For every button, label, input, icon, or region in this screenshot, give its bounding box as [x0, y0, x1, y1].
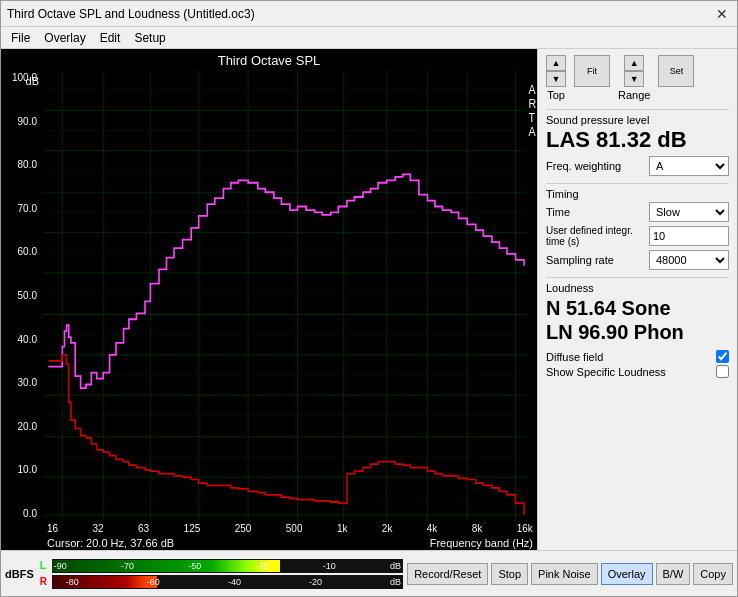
l-meter-bar: -90 -70 -50 -30 -10 dB — [52, 559, 403, 573]
range-btn-pair: ▲ ▼ — [624, 55, 644, 87]
top-down-button[interactable]: ▼ — [546, 71, 566, 87]
nav-controls: ▲ ▼ Top Fit ▲ ▼ Range Set — [546, 55, 729, 101]
stop-button[interactable]: Stop — [491, 563, 528, 585]
timing-section-label: Timing — [546, 188, 729, 200]
l-meter-row: L -90 -70 -50 -30 -10 dB — [40, 559, 403, 573]
menu-file[interactable]: File — [5, 29, 36, 47]
r-channel-label: R — [40, 576, 50, 587]
menu-bar: File Overlay Edit Setup — [1, 27, 737, 49]
bw-button[interactable]: B/W — [656, 563, 691, 585]
top-up-button[interactable]: ▲ — [546, 55, 566, 71]
bottom-bar: dBFS L -90 -70 -50 -30 -10 dB — [1, 550, 737, 596]
range-down-button[interactable]: ▼ — [624, 71, 644, 87]
loudness-ln-value: LN 96.90 Phon — [546, 320, 729, 344]
x-axis-area: 16 32 63 125 250 500 1k 2k 4k 8k 16k Cur… — [1, 521, 537, 550]
bottom-buttons: Record/Reset Stop Pink Noise Overlay B/W… — [407, 563, 733, 585]
range-label: Range — [618, 89, 650, 101]
chart-title: Third Octave SPL — [1, 49, 537, 70]
show-specific-label: Show Specific Loudness — [546, 366, 666, 378]
y-tick-80: 80.0 — [12, 159, 37, 170]
x-tick-16k: 16k — [517, 523, 533, 534]
close-button[interactable]: ✕ — [713, 5, 731, 23]
range-nav-group: ▲ ▼ Range — [618, 55, 650, 101]
cursor-info: Cursor: 20.0 Hz, 37.66 dB — [47, 537, 174, 549]
diffuse-field-label: Diffuse field — [546, 351, 603, 363]
y-tick-90: 90.0 — [12, 116, 37, 127]
time-select[interactable]: Slow Fast — [649, 202, 729, 222]
dbfs-label: dBFS — [5, 568, 34, 580]
chart-with-axis: dB 100.0 90.0 80.0 70.0 60.0 50.0 40.0 3… — [1, 70, 537, 521]
y-axis-ticks: 100.0 90.0 80.0 70.0 60.0 50.0 40.0 30.0… — [12, 70, 41, 521]
right-panel: ▲ ▼ Top Fit ▲ ▼ Range Set — [537, 49, 737, 550]
freq-weighting-row: Freq. weighting A C Z — [546, 156, 729, 176]
main-content: Third Octave SPL dB 100.0 90.0 80.0 70.0… — [1, 49, 737, 550]
user-defined-row: User defined integr. time (s) — [546, 225, 729, 247]
fit-nav-group: Fit — [574, 55, 610, 101]
sampling-rate-label: Sampling rate — [546, 254, 614, 266]
loudness-n-value: N 51.64 Sone — [546, 296, 729, 320]
y-tick-10: 10.0 — [12, 464, 37, 475]
top-btn-pair: ▲ ▼ — [546, 55, 566, 87]
x-axis-info: Cursor: 20.0 Hz, 37.66 dB Frequency band… — [43, 536, 537, 550]
y-tick-30: 30.0 — [12, 377, 37, 388]
chart-area: Third Octave SPL dB 100.0 90.0 80.0 70.0… — [1, 49, 537, 550]
set-button[interactable]: Set — [658, 55, 694, 87]
l-meter-green — [52, 560, 280, 572]
y-tick-50: 50.0 — [12, 290, 37, 301]
x-tick-32: 32 — [93, 523, 104, 534]
x-tick-8k: 8k — [472, 523, 483, 534]
timing-section: Timing Time Slow Fast User defined integ… — [546, 183, 729, 273]
y-tick-0: 0.0 — [12, 508, 37, 519]
x-tick-500: 500 — [286, 523, 303, 534]
freq-band-label: Frequency band (Hz) — [430, 537, 533, 549]
loudness-section-label: Loudness — [546, 282, 729, 294]
show-specific-checkbox[interactable] — [716, 365, 729, 378]
fit-button[interactable]: Fit — [574, 55, 610, 87]
freq-weighting-label: Freq. weighting — [546, 160, 621, 172]
loudness-section: Loudness N 51.64 Sone LN 96.90 Phon Diff… — [546, 277, 729, 380]
show-specific-row: Show Specific Loudness — [546, 365, 729, 378]
record-reset-button[interactable]: Record/Reset — [407, 563, 488, 585]
diffuse-field-checkbox[interactable] — [716, 350, 729, 363]
y-axis-label: dB — [26, 75, 39, 87]
y-axis: dB 100.0 90.0 80.0 70.0 60.0 50.0 40.0 3… — [1, 70, 43, 521]
set-nav-group: Set — [658, 55, 694, 101]
spl-section-label: Sound pressure level — [546, 114, 729, 126]
x-tick-16: 16 — [47, 523, 58, 534]
svg-text:A: A — [528, 83, 536, 96]
y-tick-60: 60.0 — [12, 246, 37, 257]
x-tick-2k: 2k — [382, 523, 393, 534]
user-defined-label: User defined integr. time (s) — [546, 225, 636, 247]
user-defined-input[interactable] — [649, 226, 729, 246]
chart-svg: A R T A — [43, 70, 537, 521]
range-up-button[interactable]: ▲ — [624, 55, 644, 71]
r-meter-bar: -80 -60 -40 -20 dB — [52, 575, 403, 589]
r-meter-row: R -80 -60 -40 -20 dB — [40, 575, 403, 589]
spl-value: LAS 81.32 dB — [546, 128, 729, 152]
x-axis-ticks: 16 32 63 125 250 500 1k 2k 4k 8k 16k — [43, 521, 537, 536]
l-channel-label: L — [40, 560, 50, 571]
diffuse-field-row: Diffuse field — [546, 350, 729, 363]
main-window: Third Octave SPL and Loudness (Untitled.… — [0, 0, 738, 597]
menu-edit[interactable]: Edit — [94, 29, 127, 47]
window-title: Third Octave SPL and Loudness (Untitled.… — [7, 7, 255, 21]
level-meters: L -90 -70 -50 -30 -10 dB R — [40, 559, 403, 589]
top-label: Top — [547, 89, 565, 101]
sampling-rate-select[interactable]: 48000 44100 — [649, 250, 729, 270]
y-tick-20: 20.0 — [12, 421, 37, 432]
x-tick-1k: 1k — [337, 523, 348, 534]
menu-overlay[interactable]: Overlay — [38, 29, 91, 47]
svg-text:R: R — [528, 97, 536, 110]
svg-text:A: A — [528, 126, 536, 139]
spl-section: Sound pressure level LAS 81.32 dB Freq. … — [546, 109, 729, 179]
overlay-button[interactable]: Overlay — [601, 563, 653, 585]
freq-weighting-select[interactable]: A C Z — [649, 156, 729, 176]
x-tick-125: 125 — [184, 523, 201, 534]
menu-setup[interactable]: Setup — [128, 29, 171, 47]
svg-text:T: T — [528, 112, 535, 125]
x-tick-63: 63 — [138, 523, 149, 534]
pink-noise-button[interactable]: Pink Noise — [531, 563, 598, 585]
chart-canvas: A R T A — [43, 70, 537, 521]
y-tick-70: 70.0 — [12, 203, 37, 214]
copy-button[interactable]: Copy — [693, 563, 733, 585]
